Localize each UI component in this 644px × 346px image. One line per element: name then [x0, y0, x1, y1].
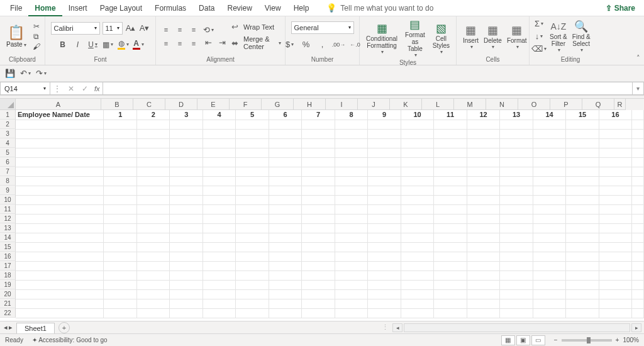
paste-button[interactable]: 📋 Paste [4, 23, 29, 49]
cell[interactable] [368, 308, 401, 318]
cell[interactable] [136, 176, 169, 186]
cell[interactable] [368, 214, 401, 223]
cell[interactable] [203, 204, 235, 214]
cell[interactable] [401, 280, 433, 289]
cell[interactable] [401, 289, 433, 299]
cell[interactable]: Employee Name/ Date [16, 110, 104, 120]
cell[interactable] [599, 252, 631, 261]
cell[interactable] [302, 308, 335, 318]
cell[interactable] [302, 195, 335, 204]
fill-button[interactable]: ↓ [533, 31, 545, 42]
sheet-nav-prev[interactable]: ◂ [4, 323, 8, 332]
collapse-ribbon-button[interactable]: ˄ [636, 54, 640, 62]
cell[interactable] [500, 261, 533, 271]
cell[interactable] [368, 176, 401, 186]
cell[interactable] [467, 204, 499, 214]
cell[interactable]: 1 [104, 110, 136, 120]
cell[interactable]: 2 [136, 110, 169, 120]
cell[interactable] [16, 204, 104, 214]
percent-format-button[interactable]: % [299, 38, 313, 52]
cell[interactable] [632, 120, 644, 129]
row-header[interactable]: 21 [0, 299, 16, 308]
sort-filter-button[interactable]: A↓ZSort & Filter [547, 20, 570, 53]
cell[interactable] [467, 299, 499, 308]
cell[interactable] [236, 233, 269, 242]
zoom-in-button[interactable]: + [616, 337, 619, 343]
cell[interactable] [136, 167, 169, 176]
cell[interactable] [368, 157, 401, 167]
cell[interactable] [203, 289, 235, 299]
cell[interactable] [500, 129, 533, 138]
cell[interactable] [136, 148, 169, 157]
cell[interactable] [599, 233, 631, 242]
row-header[interactable]: 20 [0, 289, 16, 299]
cell[interactable] [269, 195, 301, 204]
cell[interactable] [269, 261, 301, 271]
cell[interactable] [203, 252, 235, 261]
cell[interactable] [335, 148, 367, 157]
cell[interactable] [269, 223, 301, 233]
cell[interactable] [236, 138, 269, 148]
cell[interactable] [104, 195, 136, 204]
cell[interactable] [434, 214, 467, 223]
cell[interactable] [236, 252, 269, 261]
cell[interactable] [368, 271, 401, 280]
column-header[interactable]: P [550, 99, 582, 110]
cell[interactable] [566, 157, 599, 167]
cell[interactable] [434, 299, 467, 308]
cell[interactable] [302, 252, 335, 261]
cell[interactable] [302, 120, 335, 129]
cell[interactable] [335, 271, 367, 280]
cell[interactable] [434, 129, 467, 138]
cell[interactable] [104, 289, 136, 299]
column-header[interactable]: L [422, 99, 454, 110]
cell[interactable] [599, 289, 631, 299]
cell[interactable] [269, 204, 301, 214]
cell[interactable] [16, 252, 104, 261]
cell[interactable] [170, 120, 203, 129]
row-header[interactable]: 17 [0, 261, 16, 271]
cell[interactable] [533, 195, 565, 204]
cell[interactable] [632, 167, 644, 176]
cell[interactable] [434, 157, 467, 167]
cell[interactable] [401, 261, 433, 271]
find-select-button[interactable]: 🔍Find & Select [570, 20, 593, 53]
cell[interactable] [632, 280, 644, 289]
cell[interactable] [401, 157, 433, 167]
cell[interactable] [599, 167, 631, 176]
cell[interactable] [566, 186, 599, 195]
cell[interactable] [434, 280, 467, 289]
cell[interactable] [203, 176, 235, 186]
cell[interactable] [566, 204, 599, 214]
cell[interactable] [170, 138, 203, 148]
column-header[interactable]: O [518, 99, 550, 110]
cell[interactable] [401, 138, 433, 148]
cell[interactable] [467, 280, 499, 289]
cell[interactable] [16, 261, 104, 271]
cell[interactable] [533, 176, 565, 186]
cell[interactable] [104, 252, 136, 261]
cell[interactable]: 12 [467, 110, 499, 120]
cell[interactable] [302, 289, 335, 299]
cell[interactable] [368, 252, 401, 261]
cell[interactable] [434, 120, 467, 129]
cell[interactable] [136, 120, 169, 129]
cell[interactable] [467, 157, 499, 167]
italic-button[interactable]: I [72, 38, 84, 51]
cell[interactable] [368, 138, 401, 148]
cell[interactable] [269, 271, 301, 280]
cell[interactable] [401, 233, 433, 242]
cell[interactable] [632, 214, 644, 223]
cell[interactable] [104, 214, 136, 223]
cell[interactable] [500, 204, 533, 214]
cell[interactable] [136, 223, 169, 233]
sheet-nav-next[interactable]: ▸ [9, 323, 13, 332]
cell[interactable] [533, 148, 565, 157]
cell[interactable] [136, 186, 169, 195]
more-functions-button[interactable]: ⋮ [50, 84, 64, 93]
cell[interactable] [533, 129, 565, 138]
format-as-table-button[interactable]: ▤Format as Table [400, 18, 430, 58]
cell[interactable] [599, 242, 631, 252]
tab-view[interactable]: View [258, 0, 287, 16]
cell[interactable]: 4 [203, 110, 235, 120]
